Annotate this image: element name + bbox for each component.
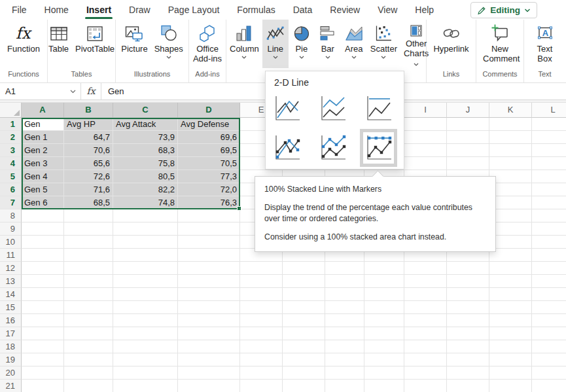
cell-D7[interactable]: 76,3 — [178, 196, 240, 209]
cell-A13[interactable] — [22, 275, 64, 288]
picture-button[interactable]: Picture — [118, 20, 150, 67]
cell-E20[interactable] — [240, 366, 283, 380]
cell-K16[interactable] — [489, 314, 532, 327]
cell-K20[interactable] — [489, 366, 532, 380]
cell-I19[interactable] — [404, 353, 447, 366]
cell-B7[interactable]: 68,5 — [64, 196, 113, 209]
cell-A14[interactable] — [22, 288, 64, 301]
cell-I12[interactable] — [404, 262, 447, 275]
function-button[interactable]: fx Function — [4, 20, 43, 67]
cell-B18[interactable] — [64, 340, 113, 353]
cell-B2[interactable]: 64,7 — [64, 131, 113, 144]
cell-L10[interactable] — [532, 236, 566, 249]
cell-A19[interactable] — [22, 353, 64, 366]
cell-J15[interactable] — [447, 301, 489, 314]
cell-D12[interactable] — [178, 262, 240, 275]
chart-type-option-stacked-line-with-markers[interactable] — [317, 132, 348, 164]
cell-E19[interactable] — [240, 353, 283, 366]
cell-C19[interactable] — [113, 353, 178, 366]
pie-chart-button[interactable]: Pie — [289, 20, 315, 68]
row-header-21[interactable]: 21 — [0, 380, 22, 392]
cell-C11[interactable] — [113, 249, 178, 262]
name-box[interactable]: A1 — [0, 83, 81, 99]
cell-D9[interactable] — [178, 223, 240, 236]
row-header-1[interactable]: 1 — [0, 118, 22, 131]
cell-D15[interactable] — [178, 301, 240, 314]
cell-A2[interactable]: Gen 1 — [22, 131, 64, 144]
hyperlink-button[interactable]: Hyperlink — [430, 20, 472, 67]
cell-B4[interactable]: 65,6 — [64, 157, 113, 170]
cell-J14[interactable] — [447, 288, 489, 301]
cell-A16[interactable] — [22, 314, 64, 327]
row-header-16[interactable]: 16 — [0, 314, 22, 327]
scatter-chart-button[interactable]: Scatter — [367, 20, 400, 68]
cell-G18[interactable] — [325, 340, 364, 353]
cell-K17[interactable] — [489, 327, 532, 340]
cell-I17[interactable] — [404, 327, 447, 340]
text-box-button[interactable]: A Text Box — [531, 20, 559, 67]
cell-B1[interactable]: Avg HP — [64, 118, 113, 131]
row-header-10[interactable]: 10 — [0, 236, 22, 249]
cell-C3[interactable]: 68,3 — [113, 144, 178, 157]
cell-L6[interactable] — [532, 183, 566, 196]
shapes-button[interactable]: Shapes — [151, 20, 186, 67]
column-chart-button[interactable]: Column — [226, 20, 262, 68]
cell-A1[interactable]: Gen — [22, 118, 64, 131]
row-header-18[interactable]: 18 — [0, 340, 22, 353]
cell-F17[interactable] — [283, 327, 325, 340]
cell-C15[interactable] — [113, 301, 178, 314]
row-header-15[interactable]: 15 — [0, 301, 22, 314]
menu-tab-help[interactable]: Help — [415, 0, 434, 20]
column-header-C[interactable]: C — [113, 103, 178, 118]
cell-D2[interactable]: 69,6 — [178, 131, 240, 144]
cell-K14[interactable] — [489, 288, 532, 301]
row-header-2[interactable]: 2 — [0, 131, 22, 144]
cell-B6[interactable]: 71,6 — [64, 183, 113, 196]
cell-H19[interactable] — [364, 353, 404, 366]
menu-tab-draw[interactable]: Draw — [129, 0, 150, 20]
cell-F20[interactable] — [283, 366, 325, 380]
chart-type-option-line-with-markers[interactable] — [272, 132, 302, 164]
column-header-J[interactable]: J — [447, 103, 489, 118]
cell-G13[interactable] — [325, 275, 364, 288]
cell-J3[interactable] — [447, 144, 489, 157]
menu-tab-view[interactable]: View — [378, 0, 397, 20]
cell-D16[interactable] — [178, 314, 240, 327]
row-header-8[interactable]: 8 — [0, 209, 22, 223]
cell-J17[interactable] — [447, 327, 489, 340]
row-header-7[interactable]: 7 — [0, 196, 22, 209]
cell-I3[interactable] — [404, 144, 447, 157]
cell-F12[interactable] — [283, 262, 325, 275]
cell-D8[interactable] — [178, 209, 240, 223]
cell-H18[interactable] — [364, 340, 404, 353]
cell-K2[interactable] — [489, 131, 532, 144]
cell-J20[interactable] — [447, 366, 489, 380]
cell-I1[interactable] — [404, 118, 447, 131]
row-header-9[interactable]: 9 — [0, 223, 22, 236]
row-header-17[interactable]: 17 — [0, 327, 22, 340]
cell-H13[interactable] — [364, 275, 404, 288]
select-all-corner[interactable] — [0, 103, 22, 118]
cell-I2[interactable] — [404, 131, 447, 144]
cell-A7[interactable]: Gen 6 — [22, 196, 64, 209]
row-header-13[interactable]: 13 — [0, 275, 22, 288]
cell-A5[interactable]: Gen 4 — [22, 170, 64, 183]
cell-J19[interactable] — [447, 353, 489, 366]
cell-H21[interactable] — [364, 380, 404, 392]
cell-L18[interactable] — [532, 340, 566, 353]
cell-D10[interactable] — [178, 236, 240, 249]
cell-J1[interactable] — [447, 118, 489, 131]
cell-F16[interactable] — [283, 314, 325, 327]
cell-B9[interactable] — [64, 223, 113, 236]
cell-F18[interactable] — [283, 340, 325, 353]
cell-D17[interactable] — [178, 327, 240, 340]
cell-E18[interactable] — [240, 340, 283, 353]
cell-A10[interactable] — [22, 236, 64, 249]
cell-B14[interactable] — [64, 288, 113, 301]
cell-I20[interactable] — [404, 366, 447, 380]
cell-A15[interactable] — [22, 301, 64, 314]
menu-tab-data[interactable]: Data — [293, 0, 313, 20]
cell-H12[interactable] — [364, 262, 404, 275]
cell-B11[interactable] — [64, 249, 113, 262]
column-header-D[interactable]: D — [178, 103, 240, 118]
